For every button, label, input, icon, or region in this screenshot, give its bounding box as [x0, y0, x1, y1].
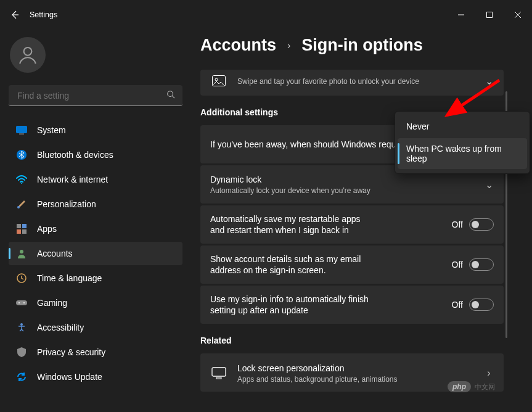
auto-setup-card: Use my sign-in info to automatically fin…	[200, 286, 504, 324]
svg-rect-4	[19, 134, 24, 135]
svg-line-22	[447, 80, 499, 115]
svg-rect-11	[22, 229, 27, 234]
search-input[interactable]	[9, 85, 182, 106]
sidebar-item-system[interactable]: System	[9, 118, 182, 142]
section-related: Related	[200, 336, 504, 345]
sidebar-item-label: Gaming	[37, 298, 67, 308]
svg-point-12	[20, 250, 23, 253]
sidebar-item-label: Personalization	[37, 199, 96, 209]
chevron-right-icon: ›	[287, 40, 290, 51]
minimize-icon	[458, 12, 464, 18]
card-title: Use my sign-in info to automatically fin…	[210, 294, 370, 316]
titlebar: Settings	[0, 0, 532, 30]
window-controls	[447, 5, 532, 25]
breadcrumb: Accounts › Sign-in options	[200, 36, 532, 55]
card-subtitle: Automatically lock your device when you'…	[210, 186, 474, 195]
toggle-label: Off	[452, 300, 463, 310]
svg-rect-20	[212, 368, 226, 376]
clock-icon	[16, 273, 27, 284]
toggle-label: Off	[452, 220, 463, 229]
sidebar-item-network[interactable]: Network & internet	[9, 168, 182, 191]
sidebar-item-label: Accounts	[37, 249, 73, 258]
dropdown-option-wake[interactable]: When PC wakes up from sleep	[398, 138, 527, 169]
sidebar-item-bluetooth[interactable]: Bluetooth & devices	[9, 143, 182, 167]
close-button[interactable]	[504, 5, 532, 25]
system-icon	[16, 125, 27, 136]
wifi-icon	[16, 174, 27, 185]
chevron-down-icon: ⌄	[484, 179, 494, 191]
auto-setup-toggle[interactable]	[469, 299, 494, 311]
sidebar-item-label: System	[37, 125, 66, 135]
toggle-label: Off	[452, 260, 463, 270]
annotation-arrow	[432, 77, 505, 126]
search-icon	[166, 90, 175, 101]
sidebar-item-privacy[interactable]: Privacy & security	[9, 340, 182, 364]
minimize-button[interactable]	[447, 5, 475, 25]
watermark-brand: php	[448, 381, 471, 392]
sidebar-item-label: Privacy & security	[37, 347, 105, 357]
sidebar-item-accounts[interactable]: Accounts	[9, 242, 182, 265]
restartable-apps-card: Automatically save my restartable apps a…	[200, 205, 504, 244]
page-title: Sign-in options	[301, 36, 422, 55]
watermark: php 中文网	[448, 381, 495, 392]
search-field[interactable]	[16, 90, 166, 101]
account-details-card: Show account details such as my email ad…	[200, 245, 504, 284]
svg-rect-9	[22, 224, 27, 228]
back-button[interactable]	[0, 0, 30, 30]
sidebar-item-personalization[interactable]: Personalization	[9, 192, 182, 216]
apps-icon	[16, 223, 27, 234]
account-details-toggle[interactable]	[469, 258, 494, 271]
sidebar-item-label: Network & internet	[37, 175, 108, 184]
svg-point-6	[21, 183, 22, 184]
monitor-icon	[210, 365, 227, 382]
svg-rect-3	[17, 126, 27, 133]
person-icon	[17, 44, 38, 65]
bluetooth-icon	[16, 149, 27, 160]
svg-rect-8	[17, 224, 21, 228]
window-title: Settings	[30, 10, 57, 19]
sidebar-item-label: Time & language	[37, 273, 102, 283]
account-icon	[16, 248, 27, 259]
svg-point-2	[168, 91, 173, 96]
close-icon	[515, 12, 521, 18]
svg-point-16	[23, 302, 25, 303]
maximize-icon	[486, 12, 493, 18]
svg-point-1	[24, 47, 32, 56]
card-title: Show account details such as my email ad…	[210, 253, 370, 276]
sidebar-item-update[interactable]: Windows Update	[9, 365, 182, 389]
card-title: Lock screen personalization	[237, 363, 474, 374]
svg-point-17	[20, 323, 23, 326]
svg-point-7	[17, 206, 20, 208]
maximize-button[interactable]	[475, 5, 504, 25]
sidebar-item-apps[interactable]: Apps	[9, 217, 182, 241]
accessibility-icon	[16, 322, 27, 333]
card-subtitle: Apps and status, background picture, ani…	[237, 375, 474, 384]
svg-rect-21	[216, 377, 221, 379]
restartable-toggle[interactable]	[469, 218, 494, 231]
breadcrumb-parent[interactable]: Accounts	[200, 36, 276, 55]
paintbrush-icon	[16, 199, 27, 210]
svg-point-19	[215, 78, 218, 81]
shield-icon	[16, 347, 27, 358]
sidebar-item-gaming[interactable]: Gaming	[9, 291, 182, 315]
svg-rect-14	[16, 300, 27, 305]
card-title: Automatically save my restartable apps a…	[210, 213, 370, 236]
svg-point-15	[18, 302, 20, 303]
chevron-right-icon: ›	[484, 368, 494, 379]
sidebar-item-accessibility[interactable]: Accessibility	[9, 316, 182, 339]
avatar[interactable]	[10, 37, 46, 73]
sidebar-item-label: Bluetooth & devices	[37, 150, 113, 160]
back-arrow-icon	[10, 10, 20, 20]
update-icon	[16, 371, 27, 382]
sidebar-item-label: Windows Update	[37, 372, 102, 382]
card-title: Dynamic lock	[210, 174, 474, 185]
watermark-suffix: 中文网	[475, 382, 495, 392]
sidebar-item-label: Accessibility	[37, 323, 84, 332]
picture-icon	[210, 72, 227, 89]
svg-rect-0	[487, 12, 493, 18]
nav-list: System Bluetooth & devices Network & int…	[9, 118, 182, 389]
svg-rect-10	[17, 229, 21, 234]
sidebar: System Bluetooth & devices Network & int…	[0, 30, 191, 412]
sidebar-item-time[interactable]: Time & language	[9, 266, 182, 290]
gaming-icon	[16, 297, 27, 308]
